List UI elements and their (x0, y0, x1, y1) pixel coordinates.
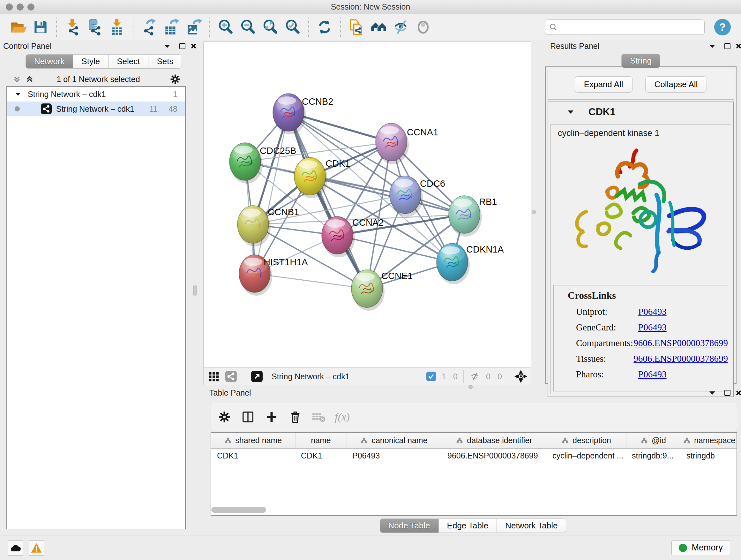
string-network-icon (41, 104, 52, 114)
crosslink-compartments-link[interactable]: 9606.ENSP00000378699 (633, 338, 728, 348)
control-panel-title: Control Panel (3, 42, 51, 51)
left-splitter-handle[interactable] (193, 285, 197, 296)
cell-name[interactable]: CDK1 (295, 448, 347, 463)
column-header-namespace[interactable]: namespace (681, 433, 737, 448)
warnings-button[interactable] (29, 540, 44, 556)
import-table-button[interactable] (108, 18, 126, 36)
expand-all-button[interactable]: Expand All (575, 76, 632, 92)
tab-network-table[interactable]: Network Table (497, 518, 566, 533)
cloud-status-button[interactable] (8, 540, 23, 556)
network-share-button[interactable] (224, 369, 238, 383)
navigate-crosshair-button[interactable] (514, 369, 528, 383)
control-panel-float-icon[interactable] (179, 43, 185, 49)
search-input[interactable] (560, 23, 700, 32)
cell-id[interactable]: stringdb:9... (626, 448, 681, 463)
import-network-from-database-button[interactable] (86, 18, 104, 36)
refresh-view-button[interactable] (316, 18, 333, 36)
results-panel-close-icon[interactable] (736, 44, 741, 49)
collection-expand-icon[interactable] (15, 92, 21, 96)
expand-all-networks-icon[interactable] (13, 75, 21, 83)
export-network-button[interactable] (140, 18, 158, 36)
table-panel: Table Panel (207, 388, 739, 531)
highlight-button[interactable] (414, 18, 432, 36)
column-header-id[interactable]: @id (626, 433, 681, 448)
network-row-selected[interactable]: String Network – cdk1 11 48 (7, 102, 185, 116)
cell-canonical-name[interactable]: P06493 (347, 448, 442, 463)
right-splitter-handle[interactable] (532, 210, 536, 214)
control-panel: Control Panel Network Style Select Sets … (3, 42, 189, 531)
control-panel-close-icon[interactable] (191, 44, 196, 49)
open-session-button[interactable] (9, 18, 27, 36)
duplicate-network-button[interactable] (347, 18, 365, 36)
toggle-visibility-button[interactable] (392, 18, 410, 36)
collapse-all-button[interactable]: Collapse All (645, 76, 707, 92)
svg-text:CDK1: CDK1 (326, 159, 350, 169)
node-table: shared name name canonical name database… (211, 432, 737, 516)
table-panel-collapse-icon[interactable] (709, 391, 716, 395)
protein-section-header[interactable]: CDK1 (548, 102, 733, 122)
zoom-out-button[interactable] (239, 18, 257, 36)
column-header-database-identifier[interactable]: database identifier (442, 433, 547, 448)
column-header-shared-name[interactable]: shared name (211, 433, 295, 448)
table-horizontal-scrollbar[interactable] (211, 507, 266, 513)
zoom-out-icon (239, 18, 257, 36)
network-view-toolbar: String Network – cdk1 1 - 0 0 - 0 (203, 368, 531, 385)
show-columns-button[interactable] (240, 409, 256, 425)
tab-node-table[interactable]: Node Table (380, 518, 439, 533)
network-options-gear-icon[interactable] (170, 74, 181, 84)
cell-namespace[interactable]: stringdb (681, 448, 737, 463)
table-panel-close-icon[interactable] (736, 390, 741, 395)
tab-network[interactable]: Network (25, 54, 73, 69)
network-canvas[interactable]: CCNB2CCNA1CDC25BCDK1CDC6RB1CCNB1CCNA2CDK… (203, 42, 531, 368)
column-header-description[interactable]: description (547, 433, 626, 448)
birdseye-grid-button[interactable] (207, 369, 221, 383)
tab-edge-table[interactable]: Edge Table (439, 518, 497, 533)
crosslink-label: Pharos: (576, 369, 638, 380)
help-button[interactable]: ? (714, 19, 731, 36)
export-table-button[interactable] (162, 18, 180, 36)
tab-string[interactable]: String (621, 54, 660, 68)
export-image-button[interactable] (185, 18, 203, 36)
string-network-graph[interactable]: CCNB2CCNA1CDC25BCDK1CDC6RB1CCNB1CCNA2CDK… (204, 42, 531, 368)
crosslink-pharos-link[interactable]: P06493 (638, 369, 667, 380)
toolbar-separator (308, 17, 309, 37)
table-options-gear-button[interactable] (217, 409, 232, 425)
column-header-canonical-name[interactable]: canonical name (347, 433, 442, 448)
window-title: Session: New Session (0, 2, 741, 11)
tab-select[interactable]: Select (109, 54, 148, 69)
cell-description[interactable]: cyclin–dependent ... (547, 448, 626, 463)
zoom-selected-button[interactable] (284, 18, 301, 36)
svg-text:CCNE1: CCNE1 (381, 271, 413, 281)
selected-checkbox-icon[interactable] (426, 372, 436, 381)
column-header-name[interactable]: name (295, 433, 347, 448)
memory-button[interactable]: Memory (671, 541, 730, 555)
cell-shared-name[interactable]: CDK1 (211, 448, 295, 463)
collapse-all-networks-icon[interactable] (25, 75, 34, 83)
open-in-new-window-button[interactable] (250, 369, 264, 383)
crosslink-tissues-link[interactable]: 9606.ENSP00000378699 (633, 354, 728, 364)
section-collapse-icon[interactable] (567, 110, 574, 114)
crosslink-uniprot-link[interactable]: P06493 (638, 307, 667, 317)
search-field[interactable] (545, 19, 704, 35)
table-row[interactable]: CDK1 CDK1 P06493 9606.ENSP00000378699 cy… (211, 448, 737, 463)
control-panel-collapse-icon[interactable] (164, 44, 171, 48)
crosslink-genecard-link[interactable]: P06493 (638, 322, 667, 333)
gray-eye-icon (415, 18, 432, 36)
zoom-fit-button[interactable] (261, 18, 279, 36)
network-list: String Network – cdk1 1 String Network –… (6, 86, 186, 530)
save-session-button[interactable] (31, 18, 50, 36)
tab-sets[interactable]: Sets (148, 54, 182, 69)
network-collection-row[interactable]: String Network – cdk1 1 (7, 87, 185, 102)
create-column-button[interactable] (264, 409, 279, 425)
tab-style[interactable]: Style (73, 54, 109, 69)
string-home-button[interactable] (370, 18, 388, 36)
zoom-in-button[interactable] (217, 18, 234, 36)
network-node-count: 11 (149, 105, 158, 114)
svg-text:CCNA1: CCNA1 (407, 127, 438, 137)
delete-column-button[interactable] (287, 409, 303, 425)
table-panel-float-icon[interactable] (724, 390, 731, 396)
results-panel-float-icon[interactable] (724, 43, 731, 49)
import-network-button[interactable] (64, 18, 81, 36)
results-panel-collapse-icon[interactable] (709, 44, 716, 48)
cell-database-identifier[interactable]: 9606.ENSP00000378699 (442, 448, 547, 463)
